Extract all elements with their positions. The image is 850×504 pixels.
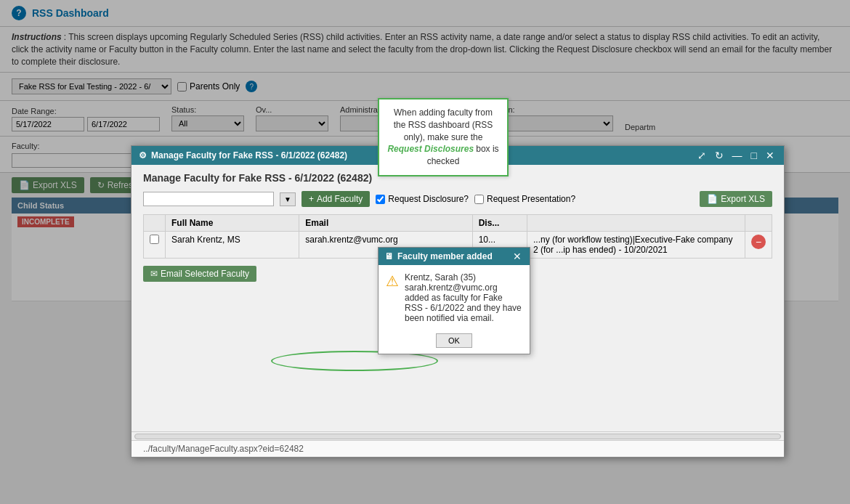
alert-dialog-titlebar: 🖥 Faculty member added ✕ (379, 248, 530, 265)
callout-box: When adding faculty from the RSS dashboa… (378, 98, 509, 176)
faculty-extra-cell: ...ny (for workflow testing)|Executive-F… (527, 232, 745, 259)
email-selected-button[interactable]: ✉ Email Selected Faculty (143, 266, 256, 282)
alert-warning-icon: ⚠ (386, 272, 399, 323)
alert-message: Krentz, Sarah (35)sarah.krentz@vumc.org … (405, 272, 522, 323)
modal-export-btn[interactable]: 📄 Export XLS (700, 191, 772, 207)
request-presentation-label: Request Presentation? (474, 194, 575, 204)
faculty-check-cell (144, 232, 166, 259)
alert-dialog-footer: OK (379, 330, 530, 354)
export-right-group: 📄 Export XLS (700, 191, 772, 207)
callout-text-before: When adding faculty from the RSS dashboa… (394, 107, 493, 142)
request-presentation-checkbox[interactable] (474, 195, 484, 204)
faculty-remove-cell: − (745, 232, 772, 259)
col-dis: Dis... (472, 215, 527, 232)
faculty-name-cell: Sarah Krentz, MS (166, 232, 299, 259)
modal-resize-btn[interactable]: ⤢ (695, 150, 708, 161)
request-disclosure-checkbox[interactable] (376, 195, 385, 204)
alert-dialog: 🖥 Faculty member added ✕ ⚠ Krentz, Sarah… (378, 247, 530, 354)
remove-faculty-button[interactable]: − (751, 235, 766, 249)
col-full-name: Full Name (166, 215, 299, 232)
modal-close-btn[interactable]: ✕ (764, 150, 777, 161)
modal-url: ../faculty/ManageFaculty.aspx?eid=62482 (143, 444, 304, 454)
callout-highlight: Request Disclosures (387, 144, 474, 154)
modal-export-icon: 📄 (707, 194, 718, 204)
modal-title-text: Manage Faculty for Fake RSS - 6/1/2022 (… (151, 150, 347, 160)
col-check (144, 215, 166, 232)
request-disclosure-label: Request Disclosure? (376, 194, 469, 204)
alert-close-btn[interactable]: ✕ (511, 251, 524, 262)
faculty-row-checkbox[interactable] (150, 235, 159, 244)
alert-dialog-body: ⚠ Krentz, Sarah (35)sarah.krentz@vumc.or… (379, 265, 530, 330)
modal-maximize-btn[interactable]: □ (749, 150, 759, 161)
alert-ok-button[interactable]: OK (436, 333, 472, 348)
col-email: Email (299, 215, 472, 232)
add-icon: + (309, 194, 314, 204)
modal-controls: ⤢ ↻ — □ ✕ (695, 150, 777, 161)
col-action (745, 215, 772, 232)
alert-title-left: 🖥 Faculty member added (384, 251, 493, 261)
modal-refresh-btn[interactable]: ↻ (713, 150, 726, 161)
modal-toolbar: ▼ + Add Faculty Request Disclosure? Requ… (143, 191, 772, 207)
modal-icon: ⚙ (139, 150, 147, 160)
scrollbar-track (134, 434, 781, 439)
modal-minimize-btn[interactable]: — (730, 150, 745, 161)
add-faculty-button[interactable]: + Add Faculty (301, 191, 370, 207)
alert-title-text: Faculty member added (397, 251, 493, 261)
email-icon: ✉ (150, 269, 158, 279)
modal-search-dropdown[interactable]: ▼ (280, 192, 296, 206)
horizontal-scrollbar[interactable] (131, 431, 784, 440)
main-page: ? RSS Dashboard Instructions : This scre… (0, 0, 850, 504)
modal-footer: ../faculty/ManageFaculty.aspx?eid=62482 (131, 440, 784, 457)
modal-title-left: ⚙ Manage Faculty for Fake RSS - 6/1/2022… (139, 150, 347, 160)
modal-search-input[interactable] (143, 192, 274, 206)
alert-window-icon: 🖥 (384, 251, 393, 261)
col-extra (527, 215, 745, 232)
